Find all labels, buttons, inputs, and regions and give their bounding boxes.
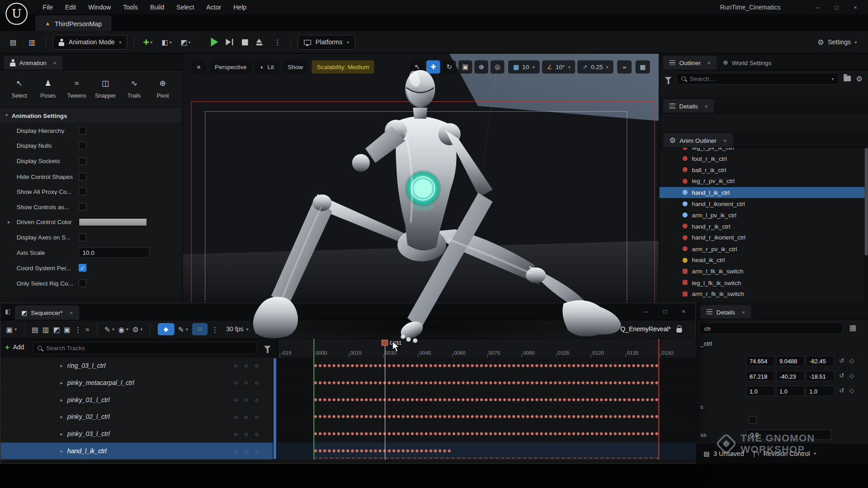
add-key-button[interactable]: ◇	[245, 397, 248, 402]
add-track-button[interactable]: + Add	[5, 343, 24, 352]
anim-outliner-item[interactable]: hand_l_ikorient_ctrl	[659, 198, 865, 209]
scale-tool[interactable]: ▣	[458, 60, 472, 73]
close-icon[interactable]: ×	[704, 103, 708, 109]
viewport-menu-icon[interactable]: ≡	[192, 60, 206, 73]
cinematics-icon[interactable]: ◩▾	[179, 35, 192, 49]
auto-key-icon[interactable]: ◆	[157, 323, 174, 335]
value-field[interactable]: 9.0488	[776, 356, 804, 366]
lit-mode-button[interactable]: ◐ Lit	[255, 60, 279, 73]
track-lane[interactable]	[277, 408, 696, 426]
playhead-handle[interactable]	[382, 340, 388, 346]
move-tool[interactable]: ✚	[426, 60, 440, 73]
track-filter-icon[interactable]	[264, 346, 271, 350]
lock-icon[interactable]	[676, 328, 682, 333]
add-key-button[interactable]: ◇	[245, 449, 248, 454]
anim-outliner-item[interactable]: ball_r_ik_ctrl	[659, 164, 865, 175]
minimize-icon[interactable]: –	[637, 304, 656, 319]
anim-tool-snapper[interactable]: ◫Snapper	[92, 76, 119, 103]
surface-snap-toggle[interactable]: ◎	[491, 60, 505, 73]
menu-edit[interactable]: Edit	[59, 1, 82, 13]
next-key-button[interactable]: ◇	[255, 432, 259, 436]
color-swatch[interactable]	[79, 218, 147, 226]
create-camera-icon[interactable]: ▣	[64, 325, 71, 333]
anim-outliner-item[interactable]: head_ik_ctrl	[659, 254, 865, 266]
anim-outliner-item[interactable]: arm_l_fk_ik_switch	[659, 266, 865, 277]
world-space-toggle[interactable]: ⊕	[475, 60, 489, 73]
anim-outliner-item[interactable]: arm_r_fk_ik_switch	[659, 288, 865, 300]
anim-outliner-item[interactable]: arm_r_pv_ik_ctrl	[659, 243, 865, 254]
add-content-icon[interactable]: ✚▾	[141, 35, 154, 49]
scrollbar-thumb[interactable]	[274, 358, 276, 459]
tab-sequencer[interactable]: ◩ Sequencer* ×	[15, 305, 79, 320]
close-icon[interactable]: ×	[846, 0, 865, 14]
save-sequence-icon[interactable]: ▤	[32, 325, 38, 333]
track-lane[interactable]	[277, 392, 696, 409]
anim-outliner-item[interactable]: hand_r_ik_ctrl	[659, 221, 865, 232]
next-key-button[interactable]: ◇	[255, 397, 259, 402]
track-row[interactable]: ▸ring_03_l_ctrl◇◇◇	[0, 357, 273, 375]
next-key-button[interactable]: ◇	[255, 414, 259, 419]
value-field[interactable]: 1.0	[746, 385, 774, 396]
expand-icon[interactable]: ▸	[60, 380, 63, 385]
close-icon[interactable]: ×	[53, 60, 57, 66]
skip-button[interactable]	[226, 38, 234, 46]
unreal-logo[interactable]: U	[5, 3, 28, 25]
anim-tool-poses[interactable]: ♟Poses	[34, 76, 62, 103]
animation-settings-header[interactable]: ▾ Animation Settings	[0, 108, 182, 123]
anim-outliner-item[interactable]: arm_l_pv_ik_ctrl	[659, 209, 865, 221]
checkbox-only-select-rig-co[interactable]	[79, 279, 86, 287]
track-lane[interactable]	[277, 426, 696, 443]
value-field[interactable]: 67.218	[746, 371, 774, 381]
reset-icon[interactable]: ↺	[839, 357, 844, 365]
sequence-name[interactable]: Q_EnemyReveal*	[620, 326, 671, 333]
checkbox-hide-control-shapes[interactable]	[79, 173, 86, 180]
tab-thirdpersonmap[interactable]: ▲ ThirdPersonMap	[35, 15, 111, 31]
anim-tool-pivot[interactable]: ⊕Pivot	[149, 76, 177, 103]
angle-snap[interactable]: ∠10°▾	[542, 60, 576, 73]
tab-details[interactable]: Details ×	[663, 99, 714, 113]
menu-window[interactable]: Window	[82, 1, 117, 13]
grid-snap[interactable]: ▦10▾	[508, 60, 539, 73]
anim-outliner-item[interactable]: leg_l_pv_ik_ctrl	[659, 148, 865, 153]
select-tool[interactable]: ↖	[410, 60, 425, 73]
rotate-tool[interactable]: ↻	[443, 60, 457, 73]
details-search-input[interactable]: ch	[699, 323, 843, 334]
keying-settings-icon[interactable]: ✎▾	[178, 325, 188, 333]
camera-speed[interactable]: ↗0.25▾	[578, 60, 613, 73]
value-field[interactable]: 74.654	[746, 356, 774, 366]
track-row[interactable]: ▸pinky_metacarpal_l_ctrl◇◇◇	[0, 375, 273, 392]
editor-mode-select[interactable]: Animation Mode ▾	[52, 35, 127, 50]
next-key-button[interactable]: ◇	[255, 380, 259, 385]
prev-key-button[interactable]: ◇	[234, 414, 237, 419]
track-lane[interactable]	[277, 375, 696, 392]
prev-key-button[interactable]: ◇	[234, 432, 237, 436]
axis-scale-input[interactable]: 10.0	[79, 247, 150, 258]
shot-options-icon[interactable]: ▣▾	[6, 325, 17, 333]
anim-tool-tweens[interactable]: ≈Tweens	[63, 76, 90, 103]
tab-animation[interactable]: Animation ×	[4, 56, 63, 70]
menu-select[interactable]: Select	[170, 1, 200, 13]
next-key-button[interactable]: ◇	[255, 363, 259, 368]
tracks-scrollbar[interactable]	[273, 357, 277, 460]
checkbox-display-axes-on-s[interactable]	[79, 234, 86, 241]
checkbox-show-all-proxy-co[interactable]	[79, 188, 86, 195]
prev-key-button[interactable]: ◇	[234, 363, 237, 368]
scrollbar-thumb[interactable]	[865, 148, 868, 256]
viewport-3d[interactable]: ≡ Perspective ◐ Lit Show Scalability: Me…	[183, 54, 659, 303]
anim-outliner-item[interactable]: leg_l_fk_ik_switch	[659, 277, 865, 288]
add-key-button[interactable]: ◇	[245, 414, 248, 419]
content-browser-icon[interactable]: ▥	[25, 35, 38, 49]
snapping-icon[interactable]: ∩	[192, 323, 207, 335]
more-options-icon[interactable]: ⋮	[75, 325, 82, 333]
close-icon[interactable]: ×	[741, 309, 745, 315]
prev-key-button[interactable]: ◇	[234, 397, 237, 402]
value-field[interactable]: 1.0	[776, 385, 804, 396]
prev-key-button[interactable]: ◇	[234, 449, 237, 454]
add-key-button[interactable]: ◇	[245, 432, 248, 436]
curve-editor-icon[interactable]: ≈	[85, 325, 90, 333]
track-search-input[interactable]: Search Tracks	[33, 342, 257, 354]
close-icon[interactable]: ×	[69, 309, 73, 316]
outliner-settings-icon[interactable]: ⚙	[856, 75, 862, 83]
tab-details-bottom[interactable]: Details ×	[700, 305, 751, 319]
menu-help[interactable]: Help	[227, 1, 253, 13]
